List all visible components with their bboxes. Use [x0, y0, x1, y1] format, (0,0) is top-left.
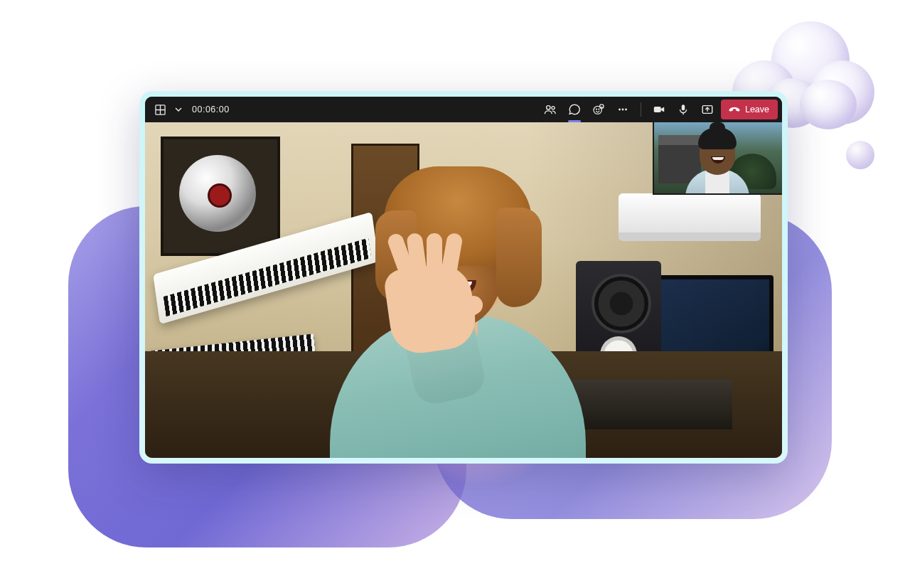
layout-button[interactable]	[149, 100, 171, 119]
reactions-button[interactable]	[588, 100, 609, 119]
self-view-video[interactable]	[653, 122, 782, 195]
svg-point-7	[599, 109, 599, 109]
chevron-down-icon	[175, 106, 182, 113]
svg-point-11	[625, 109, 627, 111]
svg-point-3	[547, 106, 550, 109]
svg-point-9	[619, 109, 621, 111]
microphone-icon	[677, 103, 690, 116]
layout-dropdown[interactable]	[173, 100, 183, 119]
video-stage	[145, 122, 782, 458]
chat-button[interactable]	[564, 100, 585, 119]
reactions-icon	[592, 103, 605, 116]
more-icon	[616, 103, 629, 116]
call-toolbar: 00:06:00	[145, 97, 782, 122]
people-button[interactable]	[540, 100, 561, 119]
people-icon	[544, 103, 557, 116]
share-screen-icon	[701, 103, 714, 116]
svg-point-4	[552, 107, 555, 109]
chat-icon	[568, 103, 581, 116]
svg-rect-12	[654, 107, 661, 112]
leave-label: Leave	[745, 105, 769, 114]
camera-icon	[653, 103, 665, 116]
phone-hangup-icon	[728, 103, 741, 116]
call-window-frame: 00:06:00	[139, 91, 788, 464]
grid-layout-icon	[155, 105, 166, 115]
leave-button[interactable]: Leave	[721, 100, 778, 119]
call-timer: 00:06:00	[186, 105, 235, 114]
svg-rect-13	[682, 105, 685, 110]
svg-point-10	[621, 109, 623, 111]
call-window: 00:06:00	[145, 97, 782, 458]
share-button[interactable]	[697, 100, 718, 119]
mic-button[interactable]	[673, 100, 694, 119]
toolbar-separator	[641, 102, 641, 117]
camera-button[interactable]	[648, 100, 670, 119]
svg-point-6	[596, 109, 596, 109]
more-button[interactable]	[612, 100, 633, 119]
